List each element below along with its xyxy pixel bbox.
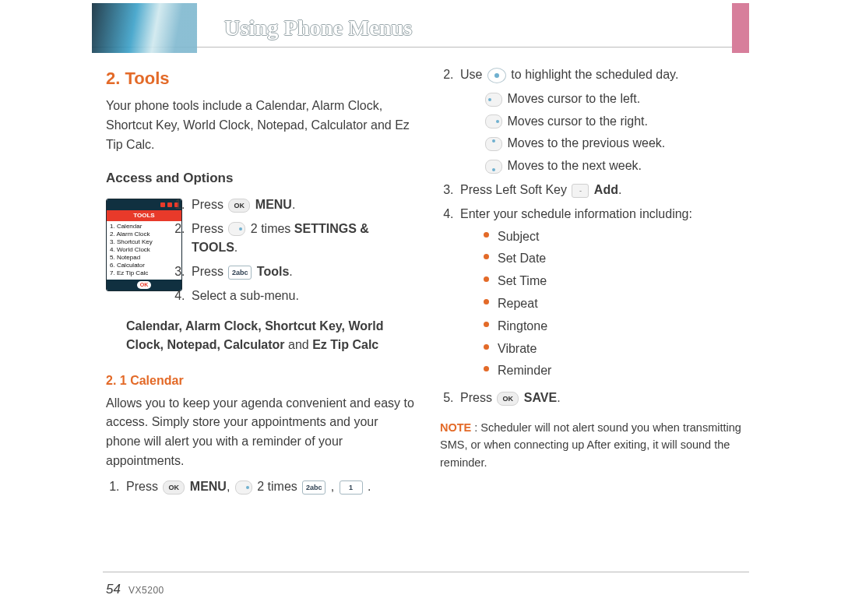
- nav-right-key-icon: [228, 222, 245, 236]
- thumb-item: 7. Ez Tip Calc: [110, 269, 178, 277]
- access-block: TOOLS 1. Calendar 2. Alarm Clock 3. Shor…: [106, 195, 415, 311]
- content-area: 2. Tools Your phone tools include a Cale…: [106, 61, 749, 560]
- chapter-title: Using Phone Menus: [224, 16, 412, 40]
- left-soft-key-icon: -: [572, 184, 589, 198]
- nav-up-key-icon: [485, 137, 502, 151]
- field-reminder: Reminder: [484, 361, 749, 381]
- num-1-key-icon: 1: [340, 480, 363, 495]
- num-2-key-icon: 2abc: [302, 480, 325, 495]
- nav-right-key-icon: [235, 480, 252, 495]
- phone-menu-thumbnail: TOOLS 1. Calendar 2. Alarm Clock 3. Shor…: [106, 199, 182, 291]
- thumb-statusbar: [107, 199, 181, 210]
- page-footer: 54 VX5200: [106, 582, 164, 597]
- nav-down-key-icon: [485, 160, 502, 174]
- thumb-item: 1. Calendar: [110, 223, 178, 231]
- section-heading-tools: 2. Tools: [106, 65, 415, 92]
- subheading-access: Access and Options: [106, 168, 415, 188]
- calendar-body: Allows you to keep your agenda convenien…: [106, 394, 415, 471]
- nav-up-desc: Moves to the previous week.: [484, 134, 749, 153]
- nav-right-key-icon: [485, 114, 502, 128]
- nav-right-desc: Moves cursor to the right.: [484, 112, 749, 132]
- field-repeat: Repeat: [484, 294, 749, 314]
- model-number: VX5200: [128, 585, 164, 596]
- page-header: Using Phone Menus: [92, 9, 749, 48]
- ok-key-icon: OK: [228, 199, 250, 213]
- thumb-title: TOOLS: [107, 210, 181, 221]
- tool-submenus-list: Calendar, Alarm Clock, Shortcut Key, Wor…: [126, 317, 415, 354]
- left-column: 2. Tools Your phone tools include a Cale…: [106, 61, 415, 560]
- nav-pad-icon: [487, 68, 506, 83]
- field-vibrate: Vibrate: [484, 340, 749, 359]
- thumb-softkey-bar: OK: [107, 280, 181, 290]
- calendar-step-3: Press Left Soft Key - Add.: [457, 181, 749, 200]
- thumb-item: 5. Notepad: [110, 254, 178, 262]
- footer-rule: [103, 572, 749, 572]
- thumb-item: 2. Alarm Clock: [110, 231, 178, 238]
- calendar-step-2: Use to highlight the scheduled day. Move…: [457, 65, 749, 176]
- field-subject: Subject: [484, 227, 749, 247]
- right-column: Use to highlight the scheduled day. Move…: [440, 61, 749, 560]
- header-decorative-image: [92, 3, 197, 53]
- scheduler-note: NOTE : Scheduler will not alert sound yo…: [440, 419, 749, 471]
- ok-key-icon: OK: [497, 392, 519, 406]
- thumb-item: 6. Calculator: [110, 262, 178, 269]
- thumb-item: 3. Shortcut Key: [110, 238, 178, 246]
- num-2-key-icon: 2abc: [228, 266, 252, 280]
- schedule-field-list: Subject Set Date Set Time Repeat Rington…: [484, 227, 749, 382]
- nav-down-desc: Moves to the next week.: [484, 157, 749, 176]
- thumb-menu-list: 1. Calendar 2. Alarm Clock 3. Shortcut K…: [107, 221, 181, 280]
- nav-direction-list: Moves cursor to the left. Moves cursor t…: [484, 90, 749, 176]
- calendar-step-5: Press OK SAVE.: [457, 389, 749, 408]
- note-label: NOTE: [440, 421, 471, 434]
- field-set-date: Set Date: [484, 249, 749, 269]
- calendar-step-1: Press OK MENU, 2 times 2abc , 1 .: [123, 477, 415, 497]
- header-pink-tab: [732, 3, 749, 53]
- ok-key-icon: OK: [163, 480, 185, 495]
- calendar-steps-right: Use to highlight the scheduled day. Move…: [440, 65, 749, 408]
- calendar-step-4: Enter your schedule information includin…: [457, 205, 749, 381]
- page-number: 54: [106, 582, 121, 597]
- subheading-calendar: 2. 1 Calendar: [106, 371, 415, 391]
- calendar-steps-left: Press OK MENU, 2 times 2abc , 1 .: [106, 477, 415, 497]
- section-intro: Your phone tools include a Calendar, Ala…: [106, 97, 415, 154]
- thumb-item: 4. World Clock: [110, 246, 178, 254]
- field-ringtone: Ringtone: [484, 317, 749, 336]
- nav-left-key-icon: [485, 93, 502, 107]
- nav-left-desc: Moves cursor to the left.: [484, 90, 749, 109]
- field-set-time: Set Time: [484, 272, 749, 291]
